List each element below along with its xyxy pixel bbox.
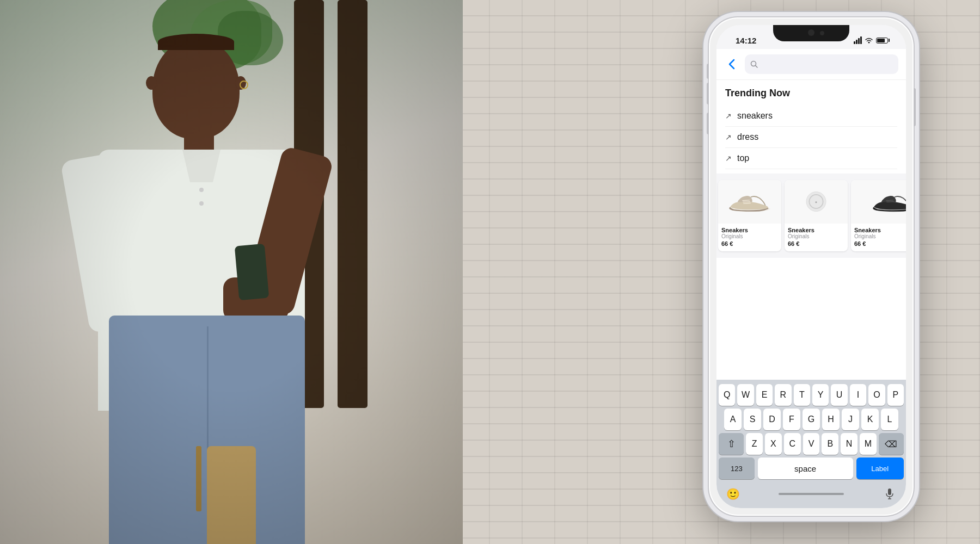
svg-point-0 (868, 42, 870, 44)
key-w[interactable]: W (737, 384, 754, 406)
search-bar (716, 49, 906, 80)
volume-down-button[interactable] (707, 113, 709, 134)
svg-rect-13 (888, 489, 891, 495)
status-time: 14:12 (736, 29, 756, 45)
trending-item-0[interactable]: ↗ sneakers (725, 106, 897, 127)
key-i[interactable]: I (850, 384, 866, 406)
product-name-1: Sneakers (788, 227, 844, 233)
key-g[interactable]: G (803, 409, 820, 430)
wifi-icon (865, 37, 873, 44)
trending-label-1: dress (737, 132, 758, 142)
sneaker-svg-0 (725, 188, 774, 215)
products-row: Sneakers Originals 66 € (716, 174, 906, 258)
shift-key[interactable]: ⇧ (719, 433, 744, 455)
search-icon (750, 60, 758, 68)
trending-label-2: top (737, 153, 749, 163)
sneaker-svg-1: ● (792, 188, 841, 215)
svg-line-11 (886, 200, 894, 201)
delete-key[interactable]: ⌫ (879, 433, 904, 455)
key-s[interactable]: S (744, 409, 761, 430)
product-brand-2: Originals (854, 233, 906, 239)
key-u[interactable]: U (831, 384, 847, 406)
trending-arrow-icon-2: ↗ (725, 154, 732, 163)
home-indicator (779, 493, 844, 495)
product-brand-1: Originals (788, 233, 844, 239)
hands (223, 277, 289, 321)
product-image-0 (718, 180, 781, 224)
chair (207, 446, 256, 544)
key-k[interactable]: K (861, 409, 879, 430)
background-scene: 14:12 (0, 0, 980, 544)
volume-up-button[interactable] (707, 83, 709, 104)
space-key[interactable]: space (758, 458, 853, 479)
product-price-1: 66 € (788, 240, 844, 247)
svg-line-4 (742, 200, 750, 201)
product-card-2[interactable]: Sneakers Originals 66 € (851, 180, 906, 251)
key-e[interactable]: E (756, 384, 773, 406)
key-o[interactable]: O (868, 384, 885, 406)
key-d[interactable]: D (763, 409, 781, 430)
product-info-0: Sneakers Originals 66 € (718, 224, 781, 251)
svg-line-12 (887, 202, 895, 202)
product-info-1: Sneakers Originals 66 € (785, 224, 848, 251)
sneaker-svg-2 (869, 188, 906, 215)
keyboard-row-1: A S D F G H J K L (719, 409, 904, 430)
keyboard-row-3: 123 space Label (719, 458, 904, 479)
product-brand-0: Originals (721, 233, 778, 239)
back-button[interactable] (724, 57, 739, 72)
person-head (152, 38, 240, 139)
key-j[interactable]: J (842, 409, 859, 430)
product-price-2: 66 € (854, 240, 906, 247)
key-z[interactable]: Z (746, 433, 763, 455)
product-image-1: ● (785, 180, 848, 224)
product-name-0: Sneakers (721, 227, 778, 233)
battery-icon (876, 38, 890, 44)
svg-line-5 (743, 202, 750, 202)
key-v[interactable]: V (803, 433, 820, 455)
key-r[interactable]: R (775, 384, 791, 406)
keyboard-row-0: Q W E R T Y U I O P (719, 384, 904, 406)
trending-item-1[interactable]: ↗ dress (725, 127, 897, 148)
svg-text:●: ● (815, 200, 817, 205)
emoji-key[interactable]: 🙂 (723, 484, 743, 504)
product-price-0: 66 € (721, 240, 778, 247)
signal-icon (854, 36, 862, 44)
person-figure (33, 11, 387, 544)
svg-line-6 (743, 203, 751, 203)
numbers-key[interactable]: 123 (719, 458, 755, 479)
key-q[interactable]: Q (719, 384, 735, 406)
key-m[interactable]: M (860, 433, 877, 455)
keyboard-bottom-row: 🙂 (719, 482, 904, 506)
key-a[interactable]: A (724, 409, 742, 430)
search-input-box[interactable] (745, 54, 898, 74)
iphone-shell: 14:12 (708, 16, 915, 517)
trending-arrow-icon-1: ↗ (725, 133, 732, 141)
key-c[interactable]: C (784, 433, 801, 455)
key-t[interactable]: T (794, 384, 810, 406)
key-p[interactable]: P (887, 384, 904, 406)
iphone-screen: 14:12 (716, 25, 906, 508)
trending-item-2[interactable]: ↗ top (725, 148, 897, 169)
search-input[interactable] (761, 60, 893, 69)
microphone-key[interactable] (880, 484, 899, 504)
product-name-2: Sneakers (854, 227, 906, 233)
product-card-0[interactable]: Sneakers Originals 66 € (718, 180, 781, 251)
key-b[interactable]: B (822, 433, 838, 455)
key-l[interactable]: L (881, 409, 898, 430)
product-card-1[interactable]: ● Sneakers Originals 66 € (785, 180, 848, 251)
trending-title: Trending Now (725, 88, 897, 99)
trending-section: Trending Now ↗ sneakers ↗ dress ↗ top (716, 80, 906, 174)
app-content: Trending Now ↗ sneakers ↗ dress ↗ top (716, 49, 906, 508)
status-icons (854, 30, 890, 44)
key-x[interactable]: X (765, 433, 782, 455)
key-y[interactable]: Y (812, 384, 829, 406)
svg-line-2 (756, 66, 758, 68)
trending-arrow-icon: ↗ (725, 112, 732, 120)
key-h[interactable]: H (822, 409, 840, 430)
silence-button[interactable] (707, 64, 709, 79)
return-key[interactable]: Label (856, 458, 904, 479)
key-f[interactable]: F (783, 409, 800, 430)
power-button[interactable] (914, 88, 916, 126)
key-n[interactable]: N (841, 433, 857, 455)
trending-label-0: sneakers (737, 111, 773, 121)
